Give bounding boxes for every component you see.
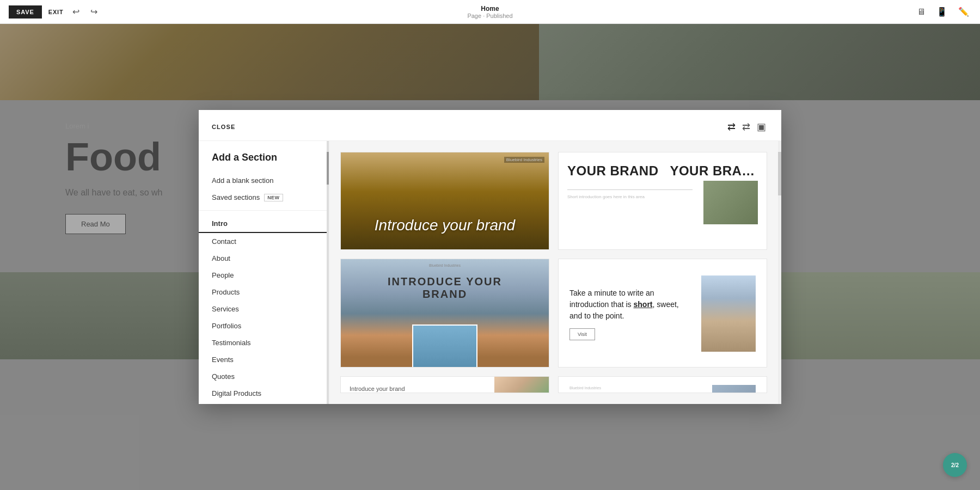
toolbar: SAVE EXIT ↩ ↪ Home Page · Published 🖥 📱 … <box>0 0 980 24</box>
products-label: Products <box>212 288 240 296</box>
view-icons: ⇄ ⇄ ▣ <box>725 120 768 134</box>
sidebar-item-contact[interactable]: Contact <box>199 233 329 250</box>
pencil-icon[interactable]: ✏️ <box>956 4 971 19</box>
card4-image <box>701 275 756 352</box>
section-card-6[interactable]: Bluebird Industries INTRODUCE YOURBRAND … <box>558 376 767 393</box>
card4-text-block: Take a minute to write anintroduction th… <box>569 287 693 340</box>
contact-label: Contact <box>212 237 236 246</box>
sidebar-item-digital-products[interactable]: Digital Products <box>199 385 329 402</box>
card5-image <box>494 377 549 393</box>
section-cards-grid: Bluebird Industries Introduce your brand… <box>329 141 778 404</box>
card3-text: INTRODUCE YOURBRAND <box>388 275 502 301</box>
modal: CLOSE ⇄ ⇄ ▣ Add a Section Add a blank se… <box>0 24 980 490</box>
page-count-badge[interactable]: 2/2 <box>943 453 967 477</box>
intro-label: Intro <box>212 219 228 228</box>
card2-inner: YOUR BRAND YOUR BRAND YOUR B Short intro… <box>559 152 767 250</box>
modal-header: CLOSE ⇄ ⇄ ▣ <box>199 110 781 141</box>
card4-button[interactable]: Visit <box>569 328 595 340</box>
section-card-1[interactable]: Bluebird Industries Introduce your brand <box>340 152 549 250</box>
modal-body: Add a Section Add a blank section Saved … <box>199 141 781 404</box>
undo-button[interactable]: ↩ <box>70 4 82 19</box>
card1-inner: Bluebird Industries Introduce your brand <box>341 152 549 250</box>
modal-scrollbar-thumb <box>778 152 781 195</box>
section-card-5[interactable]: Introduce your brand Lorem ipsum dolor s… <box>340 376 549 393</box>
sidebar-item-people[interactable]: People <box>199 267 329 284</box>
digital-products-label: Digital Products <box>212 389 261 397</box>
sidebar-scrollbar[interactable] <box>327 141 329 404</box>
card6-headline: INTRODUCE YOURBRAND <box>569 392 706 393</box>
card4-inner: Take a minute to write anintroduction th… <box>559 259 767 367</box>
modal-scrollbar[interactable] <box>778 141 781 404</box>
card5-headline: Introduce your brand <box>350 385 486 392</box>
card6-text-block: Bluebird Industries INTRODUCE YOURBRAND … <box>569 386 706 393</box>
sidebar-scrollbar-thumb <box>327 152 329 185</box>
grid-large-view-button[interactable]: ⇄ <box>725 120 738 134</box>
grid-medium-view-button[interactable]: ⇄ <box>740 120 752 134</box>
events-label: Events <box>212 356 234 364</box>
sidebar-item-testimonials[interactable]: Testimonials <box>199 334 329 351</box>
sidebar-item-services[interactable]: Services <box>199 301 329 317</box>
page-status: Page · Published <box>467 13 512 19</box>
modal-close-button[interactable]: CLOSE <box>212 124 235 130</box>
card6-tag: Bluebird Industries <box>569 386 706 390</box>
add-blank-label: Add a blank section <box>212 176 273 185</box>
card3-inner: Bluebird Industries INTRODUCE YOURBRAND <box>341 259 549 367</box>
sidebar-title: Add a Section <box>199 152 329 172</box>
section-card-2[interactable]: YOUR BRAND YOUR BRAND YOUR B Short intro… <box>558 152 767 250</box>
card1-text: Introduce your brand <box>375 217 515 234</box>
card6-inner: Bluebird Industries INTRODUCE YOURBRAND … <box>559 377 767 393</box>
testimonials-label: Testimonials <box>212 339 251 347</box>
card2-marquee: YOUR BRAND YOUR BRAND YOUR B <box>567 163 758 179</box>
section-card-4[interactable]: Take a minute to write anintroduction th… <box>558 259 767 367</box>
portfolios-label: Portfolios <box>212 322 241 330</box>
sidebar-item-saved[interactable]: Saved sections NEW <box>199 189 329 206</box>
toolbar-right: 🖥 📱 ✏️ <box>915 4 971 19</box>
redo-button[interactable]: ↪ <box>88 4 100 19</box>
sidebar-item-quotes[interactable]: Quotes <box>199 368 329 385</box>
card3-image <box>412 324 477 367</box>
toolbar-left: SAVE EXIT ↩ ↪ <box>9 4 100 19</box>
card6-image <box>712 385 756 393</box>
sidebar-item-scheduling[interactable]: Scheduling <box>199 402 329 404</box>
about-label: About <box>212 254 230 262</box>
tablet-view-button[interactable]: 📱 <box>934 4 950 19</box>
sidebar-item-intro[interactable]: Intro <box>199 215 329 233</box>
sidebar-divider <box>199 210 329 211</box>
saved-badge: NEW <box>264 194 283 201</box>
modal-container: CLOSE ⇄ ⇄ ▣ Add a Section Add a blank se… <box>199 110 781 404</box>
page-title: Home <box>467 5 512 13</box>
card3-tag: Bluebird Industries <box>429 264 461 267</box>
sidebar-item-portfolios[interactable]: Portfolios <box>199 317 329 334</box>
list-view-button[interactable]: ▣ <box>755 120 768 134</box>
card2-image <box>703 181 758 224</box>
card5-text-block: Introduce your brand Lorem ipsum dolor s… <box>341 377 494 393</box>
desktop-view-button[interactable]: 🖥 <box>915 5 928 19</box>
sidebar-item-add-blank[interactable]: Add a blank section <box>199 172 329 189</box>
sidebar: Add a Section Add a blank section Saved … <box>199 141 329 404</box>
sidebar-item-events[interactable]: Events <box>199 351 329 368</box>
card2-sub: Short introduction goes here in this are… <box>567 194 693 199</box>
card1-tag: Bluebird Industries <box>504 157 544 163</box>
sidebar-item-products[interactable]: Products <box>199 284 329 301</box>
saved-label: Saved sections <box>212 193 260 201</box>
save-button[interactable]: SAVE <box>9 5 42 19</box>
services-label: Services <box>212 305 239 313</box>
card4-headline: Take a minute to write anintroduction th… <box>569 287 693 322</box>
sidebar-item-about[interactable]: About <box>199 250 329 267</box>
exit-button[interactable]: EXIT <box>48 9 64 15</box>
quotes-label: Quotes <box>212 372 235 381</box>
card5-inner: Introduce your brand Lorem ipsum dolor s… <box>341 377 549 393</box>
section-card-3[interactable]: Bluebird Industries INTRODUCE YOURBRAND <box>340 259 549 367</box>
people-label: People <box>212 271 234 279</box>
toolbar-center: Home Page · Published <box>467 5 512 19</box>
